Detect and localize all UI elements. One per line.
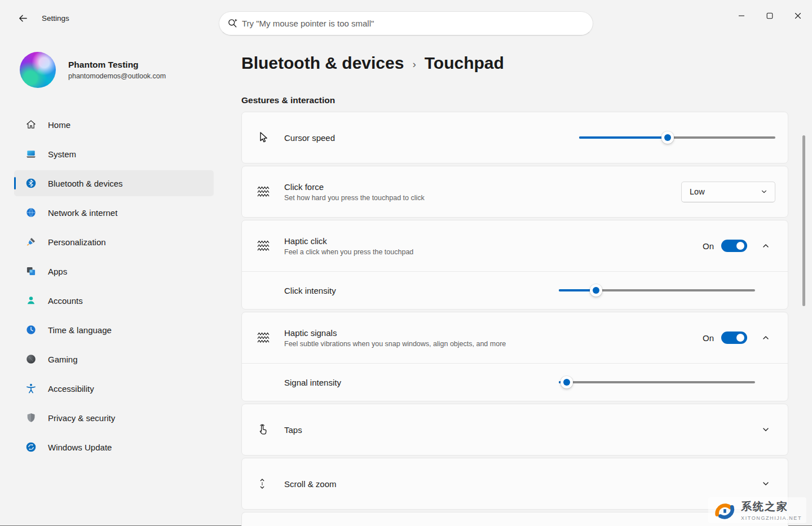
scroll-zoom-icon: [256, 477, 284, 490]
haptic-signals-collapse-button[interactable]: [756, 328, 775, 347]
haptic-click-collapse-button[interactable]: [756, 236, 775, 255]
minimize-button[interactable]: [727, 0, 756, 32]
breadcrumb: Bluetooth & devices › Touchpad: [241, 51, 788, 76]
haptic-signals-label: Haptic signals: [284, 328, 694, 338]
gaming-icon: [25, 353, 37, 365]
haptic-click-card: Haptic click Feel a click when you press…: [241, 220, 788, 310]
sidebar-item-label: Gaming: [48, 355, 78, 364]
watermark-logo-icon: [713, 500, 736, 521]
avatar: [20, 52, 56, 88]
chevron-up-icon: [762, 242, 770, 250]
sidebar-item-label: Bluetooth & devices: [48, 179, 123, 188]
settings-window: Settings: [0, 0, 812, 526]
watermark-subtitle: XITONGZHIJIA.NET: [741, 515, 802, 521]
cursor-speed-slider[interactable]: [579, 131, 775, 144]
sidebar-item-gaming[interactable]: Gaming: [14, 346, 214, 372]
scroll-zoom-card: Scroll & zoom: [241, 458, 788, 510]
back-arrow-icon: [18, 14, 28, 23]
search-input[interactable]: [242, 19, 584, 28]
sidebar-item-bluetooth-devices[interactable]: Bluetooth & devices: [14, 170, 214, 196]
sidebar-item-personalization[interactable]: Personalization: [14, 229, 214, 255]
partial-card: [241, 512, 788, 526]
haptic-click-toggle[interactable]: [721, 240, 747, 252]
scroll-zoom-expander-row[interactable]: Scroll & zoom: [242, 458, 788, 509]
haptic-waves-icon: [256, 238, 284, 253]
dropdown-value: Low: [690, 187, 705, 196]
shield-icon: [25, 412, 37, 424]
sidebar-item-accessibility[interactable]: Accessibility: [14, 375, 214, 401]
clock-icon: [25, 324, 37, 336]
sidebar-item-label: Privacy & security: [48, 413, 115, 423]
chevron-down-icon: [761, 188, 767, 195]
sidebar-item-windows-update[interactable]: Windows Update: [14, 434, 214, 460]
taps-label: Taps: [284, 425, 738, 435]
haptic-waves-icon: [256, 330, 284, 345]
breadcrumb-parent[interactable]: Bluetooth & devices: [241, 52, 404, 74]
chevron-down-icon: [762, 480, 770, 488]
slider-thumb[interactable]: [661, 131, 674, 144]
signal-intensity-slider[interactable]: [559, 376, 755, 388]
scrollbar-thumb[interactable]: [802, 135, 805, 306]
slider-thumb[interactable]: [561, 376, 573, 388]
sidebar-item-time-language[interactable]: Time & language: [14, 317, 214, 343]
page-title: Touchpad: [425, 52, 504, 74]
breadcrumb-separator-icon: ›: [412, 51, 416, 76]
app-title: Settings: [42, 14, 69, 23]
click-force-description: Set how hard you press the touchpad to c…: [284, 194, 672, 202]
haptic-signals-state: On: [703, 333, 714, 343]
sidebar-item-label: Network & internet: [48, 208, 117, 218]
sidebar-item-network-internet[interactable]: Network & internet: [14, 200, 214, 226]
haptic-waves-icon: [256, 184, 284, 199]
sidebar-item-apps[interactable]: Apps: [14, 258, 214, 284]
toggle-knob: [736, 334, 744, 342]
window-controls: [727, 0, 812, 32]
maximize-button[interactable]: [756, 0, 784, 32]
user-profile[interactable]: Phantom Testing phantomodemos@outlook.co…: [0, 52, 220, 88]
sidebar-item-accounts[interactable]: Accounts: [14, 288, 214, 313]
search-box[interactable]: [219, 11, 593, 36]
sidebar-item-home[interactable]: Home: [14, 112, 214, 138]
close-button[interactable]: [784, 0, 812, 32]
haptic-signals-toggle[interactable]: [721, 331, 747, 344]
sidebar-item-system[interactable]: System: [14, 141, 214, 167]
apps-icon: [25, 266, 37, 277]
cursor-icon: [256, 131, 284, 144]
sidebar-item-label: Windows Update: [48, 443, 112, 452]
sidebar-item-privacy-security[interactable]: Privacy & security: [14, 405, 214, 431]
haptic-click-label: Haptic click: [284, 236, 694, 246]
accessibility-icon: [25, 383, 37, 395]
slider-fill: [579, 136, 668, 139]
click-intensity-slider[interactable]: [559, 284, 755, 297]
titlebar: Settings: [0, 0, 812, 36]
search-icon: [227, 18, 242, 29]
scroll-zoom-expand-button[interactable]: [756, 474, 775, 493]
cursor-speed-card: Cursor speed: [241, 112, 788, 163]
watermark: 系统之家 XITONGZHIJIA.NET: [708, 497, 806, 523]
system-icon: [25, 148, 37, 160]
haptic-signals-card: Haptic signals Feel subtle vibrations wh…: [241, 312, 788, 401]
signal-intensity-label: Signal intensity: [284, 378, 341, 387]
sidebar-item-label: Accounts: [48, 296, 83, 306]
tap-hand-icon: [256, 423, 284, 436]
slider-thumb[interactable]: [590, 284, 602, 297]
sidebar-item-label: Apps: [48, 267, 67, 276]
bluetooth-icon: [25, 178, 37, 189]
click-force-dropdown[interactable]: Low: [681, 182, 775, 202]
profile-name: Phantom Testing: [68, 60, 166, 70]
sidebar-item-label: System: [48, 149, 76, 159]
haptic-click-description: Feel a click when you press the touchpad: [284, 248, 694, 256]
sidebar-item-label: Accessibility: [48, 384, 94, 394]
click-force-label: Click force: [284, 182, 672, 192]
globe-icon: [25, 207, 37, 219]
update-icon: [25, 441, 37, 453]
chevron-down-icon: [762, 426, 770, 434]
taps-card: Taps: [241, 404, 788, 456]
taps-expander-row[interactable]: Taps: [242, 404, 788, 455]
back-button[interactable]: [12, 8, 33, 28]
watermark-title: 系统之家: [741, 500, 802, 514]
paintbrush-icon: [25, 236, 37, 248]
taps-expand-button[interactable]: [756, 420, 775, 439]
profile-email: phantomodemos@outlook.com: [68, 72, 166, 80]
haptic-signals-description: Feel subtle vibrations when you snap win…: [284, 340, 694, 348]
click-force-card: Click force Set how hard you press the t…: [241, 166, 788, 218]
